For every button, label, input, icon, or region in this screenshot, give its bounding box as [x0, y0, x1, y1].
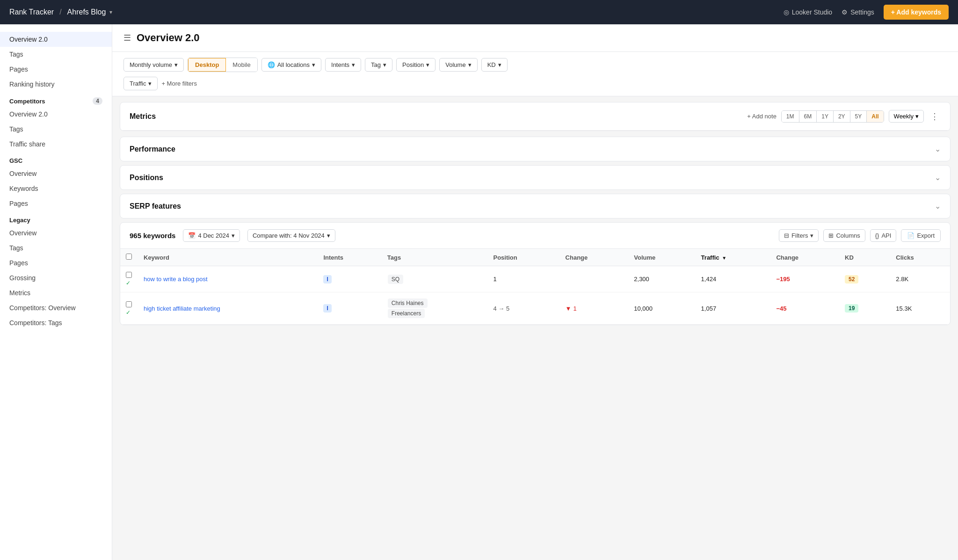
- row2-kd-badge: 19: [845, 304, 858, 313]
- row2-keyword-text: high ticket affiliate marketing: [144, 305, 220, 312]
- range-5y[interactable]: 5Y: [850, 111, 867, 122]
- all-locations-filter[interactable]: 🌐 All locations ▾: [261, 58, 321, 72]
- serp-header[interactable]: SERP features ⌄: [120, 194, 950, 218]
- row2-tag2-badge[interactable]: Freelancers: [388, 309, 425, 318]
- row1-tag-badge[interactable]: SQ: [388, 275, 403, 284]
- range-all[interactable]: All: [867, 111, 883, 122]
- sidebar-item-gsc-pages[interactable]: Pages: [0, 196, 112, 211]
- project-name: Ahrefs Blog: [67, 8, 106, 16]
- api-label: API: [881, 232, 891, 239]
- sidebar-label-legacy-competitors-tags: Competitors: Tags: [9, 319, 62, 327]
- sidebar-item-ranking-history[interactable]: Ranking history: [0, 77, 112, 92]
- range-1m[interactable]: 1M: [782, 111, 799, 122]
- row1-keyword-link[interactable]: how to write a blog post: [144, 276, 208, 283]
- sidebar-item-legacy-metrics[interactable]: Metrics: [0, 285, 112, 300]
- tag-label: Tag: [371, 61, 381, 68]
- volume-filter[interactable]: Volume ▾: [439, 58, 477, 72]
- intents-filter[interactable]: Intents ▾: [325, 58, 361, 72]
- date-dropdown-icon: ▾: [232, 232, 235, 239]
- th-clicks: Clicks: [890, 249, 950, 266]
- row1-change-cell: [560, 266, 629, 292]
- range-6m[interactable]: 6M: [799, 111, 817, 122]
- looker-icon: ◎: [784, 8, 789, 16]
- add-keywords-button[interactable]: + Add keywords: [884, 5, 949, 20]
- mobile-toggle[interactable]: Mobile: [226, 58, 257, 72]
- add-note-button[interactable]: + Add note: [747, 113, 777, 120]
- sidebar-item-legacy-tags[interactable]: Tags: [0, 240, 112, 255]
- sidebar-item-legacy-grossing[interactable]: Grossing: [0, 270, 112, 285]
- monthly-volume-label: Monthly volume: [130, 61, 172, 68]
- th-volume-label: Volume: [634, 254, 655, 261]
- date-selector[interactable]: 📅 4 Dec 2024 ▾: [183, 229, 240, 242]
- row2-checkbox[interactable]: [126, 301, 132, 307]
- weekly-dropdown[interactable]: Weekly ▾: [889, 110, 924, 123]
- table-header-row: Keyword Intents Tags Position Change: [120, 249, 950, 266]
- export-button[interactable]: 📄 Export: [901, 229, 941, 242]
- tag-filter[interactable]: Tag ▾: [365, 58, 392, 72]
- row2-check-icon: ✓: [126, 309, 131, 316]
- sidebar-item-legacy-overview[interactable]: Overview: [0, 225, 112, 240]
- kd-dropdown-icon: ▾: [498, 61, 501, 68]
- filters-dropdown-icon: ▾: [810, 232, 813, 239]
- positions-header[interactable]: Positions ⌄: [120, 166, 950, 189]
- monthly-volume-filter[interactable]: Monthly volume ▾: [123, 58, 184, 72]
- traffic-dropdown-icon: ▾: [148, 80, 152, 87]
- row2-keyword-link[interactable]: high ticket affiliate marketing: [144, 305, 220, 312]
- th-traffic[interactable]: Traffic ▼: [696, 249, 771, 266]
- row1-position-value: 1: [493, 276, 496, 283]
- serp-chevron-icon: ⌄: [935, 202, 941, 211]
- th-position: Position: [487, 249, 559, 266]
- settings-label: Settings: [850, 8, 874, 16]
- project-dropdown-icon[interactable]: ▾: [109, 9, 112, 15]
- looker-studio-button[interactable]: ◎ Looker Studio: [784, 8, 832, 16]
- sidebar-label-traffic-share: Traffic share: [9, 140, 45, 148]
- sidebar-item-gsc-overview[interactable]: Overview: [0, 166, 112, 181]
- sidebar-item-legacy-pages[interactable]: Pages: [0, 255, 112, 270]
- volume-dropdown-icon: ▾: [468, 61, 472, 68]
- th-keyword[interactable]: Keyword: [138, 249, 318, 266]
- sidebar-label-legacy-competitors-overview: Competitors: Overview: [9, 304, 76, 312]
- legacy-section-label: Legacy: [0, 211, 112, 225]
- kd-label: KD: [487, 61, 496, 68]
- desktop-toggle[interactable]: Desktop: [188, 58, 226, 72]
- filters-button[interactable]: ⊟ Filters ▾: [779, 229, 819, 242]
- range-2y[interactable]: 2Y: [834, 111, 850, 122]
- traffic-filter[interactable]: Traffic ▾: [123, 77, 158, 90]
- sidebar-item-competitors-overview2[interactable]: Overview 2.0: [0, 107, 112, 122]
- competitors-badge: 4: [93, 97, 102, 105]
- page-title: Overview 2.0: [137, 32, 200, 44]
- sidebar-item-tags[interactable]: Tags: [0, 47, 112, 62]
- sidebar-label-legacy-tags: Tags: [9, 244, 23, 252]
- sidebar-item-legacy-competitors-overview[interactable]: Competitors: Overview: [0, 300, 112, 315]
- th-checkbox: [120, 249, 138, 266]
- sidebar-item-traffic-share[interactable]: Traffic share: [0, 137, 112, 152]
- sidebar-item-gsc-keywords[interactable]: Keywords: [0, 181, 112, 196]
- performance-title: Performance: [130, 145, 175, 153]
- position-filter[interactable]: Position ▾: [396, 58, 435, 72]
- settings-button[interactable]: ⚙ Settings: [842, 8, 874, 16]
- api-button[interactable]: {} API: [870, 229, 897, 242]
- kd-filter[interactable]: KD ▾: [481, 58, 508, 72]
- metrics-more-options[interactable]: ⋮: [929, 111, 941, 122]
- columns-button[interactable]: ⊞ Columns: [823, 229, 865, 242]
- sidebar-item-overview2[interactable]: Overview 2.0: [0, 32, 112, 47]
- competitors-section-label: Competitors 4: [0, 92, 112, 107]
- row1-intents-cell: I: [318, 266, 381, 292]
- row1-checkbox[interactable]: [126, 272, 132, 278]
- row2-tag1-badge[interactable]: Chris Haines: [388, 298, 428, 308]
- row2-traffic-change-cell: −45: [770, 292, 839, 325]
- sidebar-item-legacy-competitors-tags[interactable]: Competitors: Tags: [0, 315, 112, 330]
- export-icon: 📄: [907, 232, 914, 239]
- select-all-checkbox[interactable]: [126, 254, 132, 260]
- sidebar-item-pages[interactable]: Pages: [0, 62, 112, 77]
- row2-intent-badge: I: [323, 304, 331, 313]
- th-tags: Tags: [382, 249, 488, 266]
- range-1y[interactable]: 1Y: [817, 111, 834, 122]
- keywords-actions: ⊟ Filters ▾ ⊞ Columns {} API 📄 Export: [779, 229, 941, 242]
- performance-header[interactable]: Performance ⌄: [120, 137, 950, 161]
- more-filters-button[interactable]: + More filters: [161, 80, 197, 87]
- sidebar-item-competitors-tags[interactable]: Tags: [0, 122, 112, 137]
- compare-selector[interactable]: Compare with: 4 Nov 2024 ▾: [247, 229, 335, 242]
- filters-row-2: Traffic ▾ + More filters: [123, 77, 947, 90]
- menu-icon[interactable]: ☰: [123, 33, 131, 43]
